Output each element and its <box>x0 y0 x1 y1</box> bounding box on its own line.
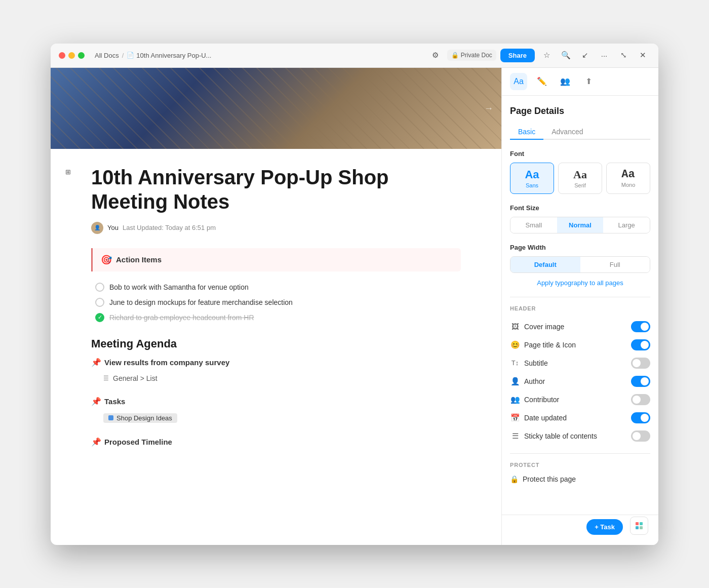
private-label: Private Doc <box>461 52 492 59</box>
todo-text-3: Richard to grab employee headcount from … <box>109 313 254 322</box>
size-normal[interactable]: Normal <box>557 217 604 233</box>
font-sans-name: Sans <box>515 182 549 188</box>
todo-check-1[interactable] <box>95 283 104 292</box>
toggle-knob <box>641 323 649 331</box>
font-serif-option[interactable]: Aa Serif <box>558 163 602 194</box>
right-panel: Aa ✏️ 👥 ⬆ Page Details Basic Advanced Fo… <box>501 68 658 545</box>
font-mono-option[interactable]: Aa Mono <box>606 163 650 194</box>
size-small[interactable]: Small <box>510 217 557 233</box>
meeting-agenda-heading: Meeting Agenda <box>91 337 461 350</box>
apply-typography-link[interactable]: Apply typography to all pages <box>510 279 650 287</box>
share-button[interactable]: Share <box>500 49 535 62</box>
todo-check-2[interactable] <box>95 298 104 307</box>
tab-collaborators[interactable]: 👥 <box>557 73 574 90</box>
toggle-knob-2 <box>641 341 649 349</box>
sub-tabs: Basic Advanced <box>510 125 650 140</box>
width-options: Default Full <box>510 256 650 273</box>
tasks-badge: Shop Design Ideas <box>103 413 177 423</box>
sub-tab-basic[interactable]: Basic <box>510 125 543 140</box>
download-icon-btn[interactable]: ↙ <box>577 48 593 63</box>
agenda-item: 📌 View results from company survey <box>91 358 461 367</box>
task-fab-button[interactable]: + Task <box>586 519 623 535</box>
tab-typography[interactable]: Aa <box>510 73 527 90</box>
main-area: → ⊞ 10th Anniversary Pop-Up Shop Meeting… <box>51 68 658 545</box>
more-icon-btn[interactable]: ··· <box>597 48 612 63</box>
pin-icon-1: 📌 <box>91 358 101 367</box>
tasks-bullet-1: Shop Design Ideas <box>103 411 461 425</box>
agenda-bullet-text: General > List <box>113 374 157 382</box>
size-large[interactable]: Large <box>603 217 650 233</box>
toggle-author: 👤 Author <box>510 372 650 390</box>
app-dot-3 <box>636 526 639 529</box>
title-bar-actions: ⚙ 🔒 Private Doc Share ☆ 🔍 ↙ ··· ⤡ ✕ <box>428 48 650 63</box>
breadcrumb-separator: / <box>122 52 124 59</box>
search-icon-btn[interactable]: 🔍 <box>558 48 573 63</box>
sub-tab-advanced[interactable]: Advanced <box>543 125 591 140</box>
date-updated-toggle[interactable] <box>631 412 650 423</box>
subtitle-toggle[interactable] <box>631 358 650 369</box>
page-width-label: Page Width <box>510 244 650 251</box>
expand-icon-btn[interactable]: ⤡ <box>616 48 631 63</box>
width-default[interactable]: Default <box>510 257 580 272</box>
breadcrumb-all-docs[interactable]: All Docs <box>95 52 119 59</box>
star-icon-btn[interactable]: ☆ <box>539 48 554 63</box>
font-mono-name: Mono <box>611 182 646 188</box>
proposed-item: 📌 Proposed Timeline <box>91 437 461 447</box>
font-sans-aa: Aa <box>515 168 549 181</box>
author-toggle[interactable] <box>631 376 650 387</box>
protect-text: Protect this page <box>523 475 576 483</box>
author-icon: 👤 <box>510 377 520 386</box>
doc-content: ⊞ 10th Anniversary Pop-Up Shop Meeting N… <box>51 149 501 468</box>
sticky-toc-toggle[interactable] <box>631 430 650 442</box>
panel-tabs: Aa ✏️ 👥 ⬆ <box>502 68 658 96</box>
breadcrumb: All Docs / 📄 10th Anniversary Pop-U... <box>95 52 424 59</box>
todo-check-3[interactable]: ✓ <box>95 313 104 322</box>
toggle-sticky-toc: ☰ Sticky table of contents <box>510 427 650 445</box>
doc-icon: 📄 <box>127 52 134 59</box>
settings-icon-btn[interactable]: ⚙ <box>428 48 443 63</box>
cover-image: → <box>51 68 501 149</box>
apps-grid-button[interactable] <box>630 517 648 535</box>
breadcrumb-doc-title: 10th Anniversary Pop-U... <box>136 52 211 59</box>
breadcrumb-doc[interactable]: 📄 10th Anniversary Pop-U... <box>127 52 211 59</box>
doc-updated: Last Updated: Today at 6:51 pm <box>123 224 216 231</box>
cover-overlay <box>51 68 501 149</box>
close-button[interactable] <box>59 52 65 59</box>
tasks-badge-text: Shop Design Ideas <box>116 414 172 422</box>
tab-export[interactable]: ⬆ <box>580 73 597 90</box>
toc-icon: ☰ <box>510 432 520 441</box>
font-sans-option[interactable]: Aa Sans <box>510 163 554 194</box>
proposed-title: Proposed Timeline <box>104 438 172 446</box>
font-serif-aa: Aa <box>563 168 598 181</box>
maximize-button[interactable] <box>78 52 85 59</box>
doc-area: → ⊞ 10th Anniversary Pop-Up Shop Meeting… <box>51 68 501 545</box>
page-title-toggle[interactable] <box>631 339 650 350</box>
font-serif-name: Serif <box>563 182 598 188</box>
tag-dot <box>108 415 113 420</box>
toggle-knob-6 <box>641 414 649 422</box>
app-dot-1 <box>636 522 639 525</box>
close-icon-btn[interactable]: ✕ <box>635 48 650 63</box>
sidebar-toggle-button[interactable]: ⊞ <box>61 165 75 179</box>
agenda-bullet-1: ☰ General > List <box>103 372 461 384</box>
app-window: All Docs / 📄 10th Anniversary Pop-U... ⚙… <box>51 44 658 545</box>
toggle-subtitle: T↕ Subtitle <box>510 354 650 372</box>
contributor-toggle[interactable] <box>631 394 650 405</box>
subtitle-icon: T↕ <box>510 359 520 367</box>
panel-title: Page Details <box>510 106 650 116</box>
agenda-item-text: View results from company survey <box>104 358 229 367</box>
width-full[interactable]: Full <box>580 257 650 272</box>
page-title-icon: 😊 <box>510 340 520 349</box>
tab-theme[interactable]: ✏️ <box>533 73 550 90</box>
date-label: Date updated <box>524 414 567 422</box>
toggle-page-title: 😊 Page title & Icon <box>510 336 650 354</box>
cover-image-toggle[interactable] <box>631 321 650 332</box>
panel-divider-1 <box>510 297 650 297</box>
minimize-button[interactable] <box>68 52 75 59</box>
tasks-item: 📌 Tasks <box>91 397 461 406</box>
page-title-label: Page title & Icon <box>524 341 576 349</box>
panel-body: Page Details Basic Advanced Font Aa Sans… <box>502 96 658 515</box>
font-options: Aa Sans Aa Serif Aa Mono <box>510 163 650 194</box>
protect-icon: 🔒 <box>510 475 519 483</box>
toggle-knob-7 <box>633 432 641 440</box>
